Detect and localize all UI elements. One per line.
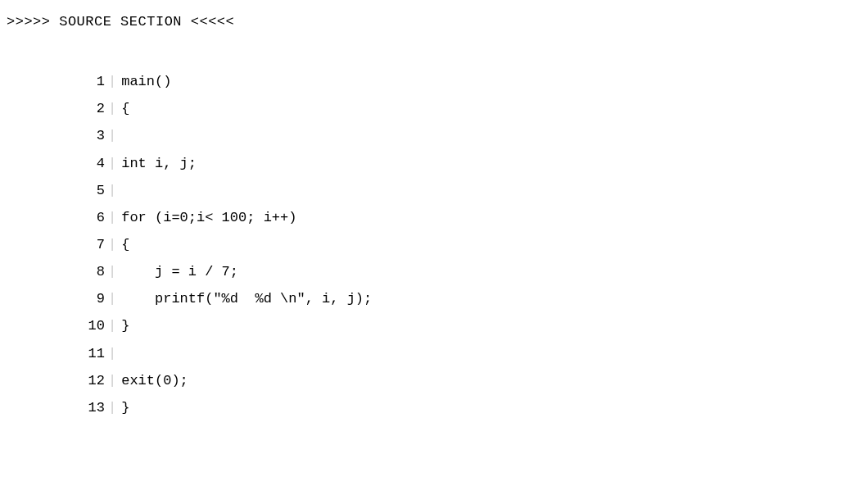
line-number: 11 bbox=[80, 340, 105, 367]
gutter-separator: | bbox=[108, 122, 116, 149]
gutter-separator: | bbox=[108, 68, 116, 95]
source-code-block: 1 | main() 2 | { 3 | 4 | int i, j; 5 | 6… bbox=[7, 68, 861, 421]
line-number: 6 bbox=[80, 204, 105, 231]
code-text: exit(0); bbox=[121, 367, 188, 394]
line-number: 7 bbox=[80, 231, 105, 258]
code-line: 1 | main() bbox=[80, 68, 861, 95]
line-number: 8 bbox=[80, 258, 105, 285]
code-line: 8 | j = i / 7; bbox=[80, 258, 861, 285]
code-text: { bbox=[121, 95, 129, 122]
gutter-separator: | bbox=[108, 177, 116, 204]
gutter-separator: | bbox=[108, 95, 116, 122]
gutter-separator: | bbox=[108, 340, 116, 367]
line-number: 4 bbox=[80, 150, 105, 177]
line-number: 9 bbox=[80, 285, 105, 312]
code-text: } bbox=[121, 312, 129, 339]
code-text: for (i=0;i< 100; i++) bbox=[121, 204, 296, 231]
code-line: 12 | exit(0); bbox=[80, 367, 861, 394]
gutter-separator: | bbox=[108, 258, 116, 285]
code-line: 6 | for (i=0;i< 100; i++) bbox=[80, 204, 861, 231]
code-text: printf("%d %d \n", i, j); bbox=[121, 285, 372, 312]
code-line: 5 | bbox=[80, 177, 861, 204]
code-text: main() bbox=[121, 68, 171, 95]
line-number: 5 bbox=[80, 177, 105, 204]
line-number: 13 bbox=[80, 394, 105, 421]
gutter-separator: | bbox=[108, 394, 116, 421]
gutter-separator: | bbox=[108, 231, 116, 258]
code-line: 2 | { bbox=[80, 95, 861, 122]
line-number: 10 bbox=[80, 312, 105, 339]
code-text: } bbox=[121, 394, 129, 421]
section-header: >>>>> SOURCE SECTION <<<<< bbox=[7, 8, 861, 35]
gutter-separator: | bbox=[108, 367, 116, 394]
code-line: 3 | bbox=[80, 122, 861, 149]
code-text: int i, j; bbox=[121, 150, 197, 177]
line-number: 12 bbox=[80, 367, 105, 394]
gutter-separator: | bbox=[108, 285, 116, 312]
code-text: { bbox=[121, 231, 129, 258]
code-line: 10 | } bbox=[80, 312, 861, 339]
code-line: 11 | bbox=[80, 340, 861, 367]
gutter-separator: | bbox=[108, 150, 116, 177]
line-number: 3 bbox=[80, 122, 105, 149]
code-line: 9 | printf("%d %d \n", i, j); bbox=[80, 285, 861, 312]
code-line: 4 | int i, j; bbox=[80, 150, 861, 177]
line-number: 2 bbox=[80, 95, 105, 122]
code-line: 13 | } bbox=[80, 394, 861, 421]
gutter-separator: | bbox=[108, 204, 116, 231]
line-number: 1 bbox=[80, 68, 105, 95]
code-line: 7 | { bbox=[80, 231, 861, 258]
code-text: j = i / 7; bbox=[121, 258, 238, 285]
gutter-separator: | bbox=[108, 312, 116, 339]
